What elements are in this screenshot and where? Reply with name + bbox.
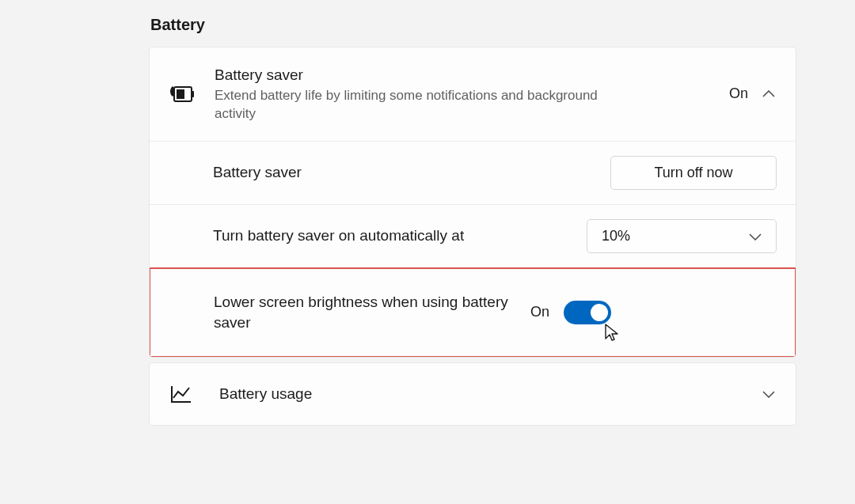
battery-usage-icon (162, 384, 200, 404)
svg-rect-2 (177, 89, 184, 99)
auto-on-label: Turn battery saver on automatically at (213, 225, 587, 246)
battery-saver-icon (162, 85, 200, 104)
battery-saver-status: On (729, 85, 748, 102)
battery-usage-label: Battery usage (219, 384, 761, 404)
battery-saver-toggle-row: Battery saver Turn off now (150, 142, 796, 205)
auto-on-select[interactable]: 10% (587, 219, 777, 253)
chevron-up-icon (761, 86, 777, 102)
battery-saver-subtitle: Extend battery life by limiting some not… (215, 87, 626, 123)
battery-saver-header[interactable]: Battery saver Extend battery life by lim… (150, 47, 796, 142)
battery-saver-panel: Battery saver Extend battery life by lim… (149, 47, 796, 358)
chevron-down-icon (749, 228, 762, 244)
battery-saver-title: Battery saver (215, 65, 729, 85)
lower-brightness-status: On (530, 304, 549, 320)
section-title-battery: Battery (149, 16, 855, 34)
toggle-knob (591, 304, 608, 321)
lower-brightness-row: Lower screen brightness when using batte… (150, 269, 795, 356)
lower-brightness-toggle[interactable] (564, 301, 611, 324)
lower-brightness-label: Lower screen brightness when using batte… (214, 292, 530, 332)
svg-rect-1 (192, 91, 194, 97)
turn-off-now-button[interactable]: Turn off now (610, 156, 777, 190)
battery-saver-toggle-label: Battery saver (213, 162, 610, 183)
auto-on-row: Turn battery saver on automatically at 1… (150, 205, 796, 268)
auto-on-value: 10% (602, 228, 630, 244)
battery-usage-panel: Battery usage (149, 362, 796, 426)
battery-usage-row[interactable]: Battery usage (150, 363, 796, 425)
cursor-icon (603, 323, 621, 347)
highlight-box: Lower screen brightness when using batte… (149, 267, 796, 358)
chevron-down-icon (761, 386, 777, 402)
